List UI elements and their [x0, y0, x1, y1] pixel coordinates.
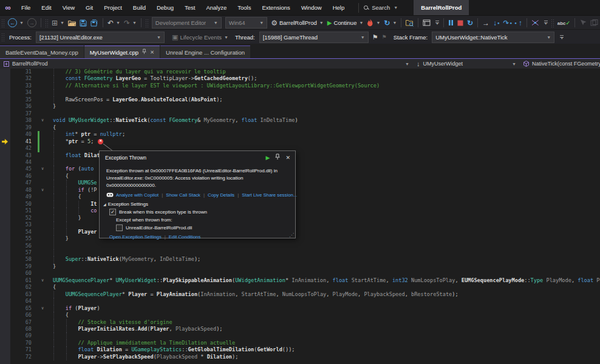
code-line-68[interactable]: 68PlayerInitialRates.Add(Player, Playbac…	[0, 326, 600, 332]
code-line-31[interactable]: 31// 3) Géométrie du layer qui va recevo…	[0, 69, 600, 75]
code-line-65[interactable]: 65∨if (Player)	[0, 305, 600, 312]
fold-collapse-icon[interactable]: ∨	[41, 187, 44, 194]
toolbar-options-icon[interactable]: ▼	[541, 17, 550, 29]
continue-button[interactable]: ▶Continue▼	[326, 17, 366, 29]
exception-icon[interactable]: ✕	[98, 139, 103, 144]
navigate-forward-icon[interactable]: →	[26, 17, 38, 29]
code-line-50[interactable]: 50It	[0, 201, 600, 207]
redo-icon[interactable]: ↷▼	[122, 17, 138, 29]
code-line-45[interactable]: 45∨for (auto	[0, 166, 600, 172]
link-copy-details[interactable]: Copy Details	[208, 192, 234, 198]
break-all-icon[interactable]	[446, 17, 455, 29]
flag-threads-button[interactable]: ⚑	[370, 31, 380, 43]
tab-unreal-engine-configuration[interactable]: Unreal Engine ... Configuration	[160, 46, 250, 58]
pin-icon[interactable]	[275, 153, 280, 161]
code-line-36[interactable]: 36}	[0, 103, 600, 110]
code-line-48[interactable]: 48∨if (!P	[0, 187, 600, 194]
code-cleanup-icon[interactable]: abc✓	[556, 17, 572, 29]
breadcrumb-member[interactable]: NativeTick(const FGeometry	[520, 59, 600, 69]
lifecycle-events-button[interactable]: ▣ Lifecycle Events ▼	[170, 31, 230, 43]
menu-item-project[interactable]: Project	[98, 4, 128, 11]
menu-item-view[interactable]: View	[57, 4, 80, 11]
new-item-icon[interactable]: ⊞▼	[50, 17, 66, 29]
code-line-59[interactable]: 59}	[0, 263, 600, 270]
menu-item-extensions[interactable]: Extensions	[256, 4, 295, 11]
menu-item-git[interactable]: Git	[80, 4, 98, 11]
frame-tool-icon[interactable]	[588, 17, 600, 29]
menu-item-window[interactable]: Window	[296, 4, 327, 11]
code-line-34[interactable]: 34	[0, 89, 600, 96]
code-line-51[interactable]: 51co	[0, 207, 600, 214]
module-checkbox[interactable]	[116, 224, 123, 231]
code-line-56[interactable]: 56	[0, 243, 600, 249]
code-line-46[interactable]: 46{	[0, 173, 600, 180]
undo-icon[interactable]: ↶▼	[106, 17, 122, 29]
code-line-44[interactable]: 44	[0, 159, 600, 166]
toolbar-grip[interactable]	[145, 19, 149, 27]
break-checkbox[interactable]: ✓	[109, 209, 116, 215]
menu-item-tools[interactable]: Tools	[232, 4, 256, 11]
code-line-70[interactable]: 70// Applique immédiatement la TimeDilat…	[0, 340, 600, 346]
code-line-53[interactable]: 53	[0, 221, 600, 228]
tab-battleeventdata-money-cpp[interactable]: BattleEventData_Money.cpp	[0, 46, 84, 58]
code-line-33[interactable]: 33// Alternative si le layer EST le view…	[0, 83, 600, 89]
step-out-icon[interactable]: ●↑	[514, 17, 524, 29]
search-box[interactable]: Search ▼	[358, 3, 403, 13]
menu-item-file[interactable]: File	[16, 4, 36, 11]
fold-collapse-icon[interactable]: ∨	[41, 117, 44, 124]
code-line-35[interactable]: 35RawScreenPos = LayerGeo.AbsoluteToLoca…	[0, 96, 600, 103]
process-select[interactable]: [21132] UnrealEditor.exe▼	[36, 32, 165, 43]
code-line-37[interactable]: 37	[0, 110, 600, 117]
link-open-exception-settings[interactable]: Open Exception Settings	[109, 234, 162, 240]
tab-myuserwidget-cpp[interactable]: MyUserWidget.cpp✕	[84, 46, 160, 58]
save-all-icon[interactable]	[89, 17, 100, 29]
flag-dim-button[interactable]: ⚑	[380, 31, 389, 43]
continue-icon[interactable]: ▶	[266, 155, 270, 161]
toolbar-grip[interactable]	[551, 19, 554, 27]
code-editor[interactable]: 31// 3) Géométrie du layer qui va recevo…	[0, 69, 600, 364]
toolbar-grip[interactable]	[1, 19, 5, 27]
code-line-71[interactable]: 71float Dilation = UGameplayStatics::Get…	[0, 346, 600, 353]
toolbar-grip[interactable]	[1, 33, 5, 41]
breadcrumb-type[interactable]: ↓ UMyUserWidget ▼	[413, 59, 520, 69]
code-line-39[interactable]: 39{	[0, 124, 600, 131]
navigate-back-icon[interactable]: ←▼	[6, 17, 26, 29]
restart-debugging-icon[interactable]: ↻	[465, 17, 475, 29]
stack-frame-select[interactable]: UMyUserWidget::NativeTick▼	[432, 32, 554, 43]
code-line-43[interactable]: 43float Dilation	[0, 152, 600, 159]
fold-collapse-icon[interactable]: ∨	[41, 166, 44, 172]
code-line-52[interactable]: 52}	[0, 215, 600, 221]
code-line-41[interactable]: 41*ptr = 5;✕	[0, 138, 600, 145]
code-line-64[interactable]: 64	[0, 298, 600, 305]
browse-files-icon[interactable]	[404, 17, 415, 29]
code-line-62[interactable]: 62{	[0, 284, 600, 291]
menu-item-analyze[interactable]: Analyze	[200, 4, 232, 11]
close-icon[interactable]: ✕	[285, 155, 290, 161]
show-next-statement-icon[interactable]: →	[480, 17, 491, 29]
code-line-54[interactable]: 54Player	[0, 229, 600, 235]
thread-select[interactable]: [15988] GameThread▼	[259, 32, 369, 43]
code-line-63[interactable]: 63UUMGSequencePlayer* Player = PlayAnima…	[0, 291, 600, 298]
code-line-40[interactable]: 40int* ptr = nullptr;	[0, 131, 600, 138]
pin-icon[interactable]	[142, 49, 146, 56]
exception-settings-header[interactable]: ◢Exception Settings	[103, 201, 295, 207]
resize-grip[interactable]: ⋰	[289, 232, 294, 238]
code-line-69[interactable]: 69	[0, 332, 600, 339]
code-line-49[interactable]: 49{	[0, 194, 600, 200]
code-line-58[interactable]: 58Super::NativeTick(MyGeometry, InDeltaT…	[0, 256, 600, 263]
solution-platforms-select[interactable]: Win64▼	[225, 17, 268, 29]
menu-item-help[interactable]: Help	[327, 4, 350, 11]
code-line-67[interactable]: 67// Stocke la vitesse d'origine	[0, 319, 600, 326]
code-line-32[interactable]: 32const FGeometry LayerGeo = TooltipLaye…	[0, 75, 600, 82]
menu-item-build[interactable]: Build	[128, 4, 151, 11]
toolbar-options-icon[interactable]: ▼	[432, 17, 441, 29]
restart-app-icon[interactable]: ↻▼	[382, 17, 398, 29]
breakpoints-window-icon[interactable]	[421, 17, 432, 29]
menu-item-debug[interactable]: Debug	[151, 4, 179, 11]
solution-configurations-select[interactable]: Development Editor▼	[152, 17, 222, 29]
startup-project-button[interactable]: ⚙BarrelRollProd▼	[269, 17, 325, 29]
code-line-42[interactable]: 42	[0, 145, 600, 152]
save-icon[interactable]	[78, 17, 89, 29]
step-into-icon[interactable]: ↓●	[491, 17, 502, 29]
fold-collapse-icon[interactable]: ∨	[41, 277, 44, 284]
